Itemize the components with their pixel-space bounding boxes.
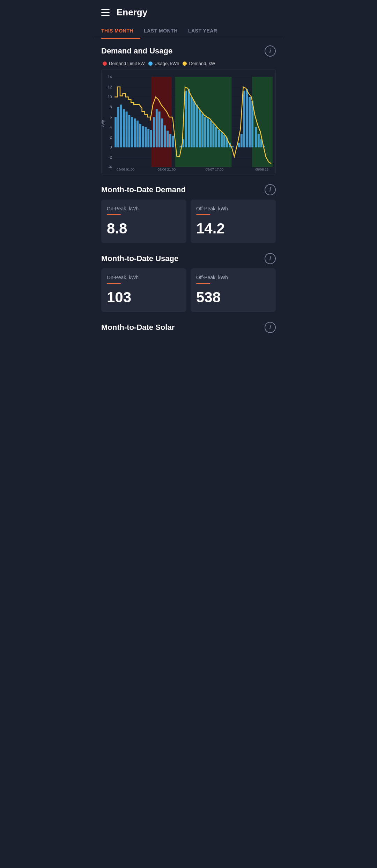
svg-rect-69 [241, 134, 243, 147]
svg-text:8: 8 [110, 105, 112, 109]
legend-label-demand: Demand, kW [189, 61, 215, 66]
demand-usage-chart: 14 12 10 8 6 4 2 0 -2 -4 kWh On-Peak [101, 70, 276, 174]
demand-usage-title: Demand and Usage [101, 46, 172, 56]
svg-rect-32 [136, 121, 139, 147]
svg-rect-56 [204, 117, 206, 147]
svg-rect-38 [153, 117, 155, 147]
svg-text:05/08 13:: 05/08 13: [255, 167, 269, 171]
svg-text:-2: -2 [109, 155, 112, 159]
svg-rect-28 [126, 111, 128, 147]
svg-rect-59 [213, 124, 215, 147]
demand-on-peak-card: On-Peak, kWh 8.8 [101, 200, 186, 243]
month-usage-header: Month-to-Date Usage i [101, 253, 276, 264]
svg-text:05/06 01:00: 05/06 01:00 [117, 167, 135, 171]
usage-off-peak-value: 538 [196, 289, 221, 306]
svg-rect-25 [117, 107, 119, 147]
month-solar-info-button[interactable]: i [265, 322, 276, 333]
svg-rect-39 [156, 109, 158, 147]
svg-text:05/06 21:00: 05/06 21:00 [157, 167, 176, 171]
usage-off-peak-card: Off-Peak, kWh 538 [191, 268, 276, 312]
usage-on-peak-underline [107, 283, 121, 284]
month-demand-title: Month-to-Date Demand [101, 185, 186, 194]
svg-rect-33 [139, 124, 141, 147]
svg-text:4: 4 [110, 125, 112, 129]
demand-on-peak-underline [107, 214, 121, 215]
svg-rect-72 [249, 97, 251, 147]
demand-off-peak-underline [196, 214, 210, 215]
svg-rect-24 [114, 117, 117, 147]
chart-legend: Demand Limit kW Usage, kWh Demand, kW [101, 61, 276, 66]
month-demand-info-button[interactable]: i [265, 184, 276, 195]
usage-on-peak-value: 103 [107, 289, 131, 306]
svg-rect-37 [150, 130, 152, 147]
svg-rect-30 [131, 117, 133, 147]
month-usage-cards: On-Peak, kWh 103 Off-Peak, kWh 538 [101, 268, 276, 312]
svg-text:6: 6 [110, 115, 112, 119]
legend-demand-limit: Demand Limit kW [103, 61, 145, 66]
svg-rect-63 [223, 135, 226, 147]
legend-dot-usage [148, 62, 153, 66]
legend-usage: Usage, kWh [148, 61, 179, 66]
page-title: Energy [117, 7, 147, 18]
legend-label-demand-limit: Demand Limit kW [109, 61, 145, 66]
svg-rect-49 [185, 91, 187, 147]
usage-on-peak-label: On-Peak, kWh [107, 275, 139, 280]
svg-text:12: 12 [108, 85, 112, 89]
month-demand-cards: On-Peak, kWh 8.8 Off-Peak, kWh 14.2 [101, 200, 276, 243]
legend-dot-demand-limit [103, 62, 107, 66]
svg-rect-44 [169, 134, 171, 147]
svg-rect-68 [238, 143, 240, 147]
month-solar-header: Month-to-Date Solar i [101, 322, 276, 333]
svg-rect-54 [199, 110, 201, 147]
svg-rect-35 [145, 127, 147, 147]
month-solar-section: Month-to-Date Solar i [94, 316, 283, 348]
demand-off-peak-value: 14.2 [196, 220, 225, 237]
month-usage-info-button[interactable]: i [265, 253, 276, 264]
demand-usage-section: Demand and Usage i Demand Limit kW Usage… [94, 39, 283, 178]
month-solar-title: Month-to-Date Solar [101, 323, 175, 332]
svg-text:14: 14 [108, 75, 112, 79]
chart-svg: 14 12 10 8 6 4 2 0 -2 -4 kWh On-Peak [102, 73, 273, 171]
demand-on-peak-value: 8.8 [107, 220, 127, 237]
svg-rect-70 [243, 91, 245, 147]
svg-rect-62 [221, 132, 223, 147]
svg-rect-58 [210, 121, 212, 147]
svg-rect-26 [120, 104, 122, 147]
demand-off-peak-label: Off-Peak, kWh [196, 206, 228, 211]
svg-rect-60 [215, 127, 217, 147]
legend-label-usage: Usage, kWh [155, 61, 179, 66]
svg-rect-40 [158, 111, 161, 147]
svg-rect-71 [246, 89, 248, 147]
svg-rect-55 [201, 114, 204, 147]
legend-dot-demand [183, 62, 187, 66]
svg-rect-45 [172, 136, 174, 147]
svg-rect-31 [134, 118, 136, 147]
app-header: Energy [94, 0, 283, 23]
tab-this-month[interactable]: THIS MONTH [101, 23, 140, 39]
hamburger-line-2 [101, 12, 110, 13]
usage-on-peak-card: On-Peak, kWh 103 [101, 268, 186, 312]
hamburger-line-1 [101, 9, 110, 10]
svg-rect-41 [161, 118, 163, 147]
demand-usage-info-button[interactable]: i [265, 45, 276, 57]
svg-rect-61 [218, 130, 220, 147]
month-usage-title: Month-to-Date Usage [101, 254, 178, 263]
tab-bar: THIS MONTH LAST MONTH LAST YEAR [94, 23, 283, 39]
svg-rect-57 [207, 118, 209, 147]
svg-rect-34 [142, 126, 144, 147]
svg-text:-4: -4 [109, 165, 112, 169]
svg-rect-23 [252, 77, 273, 167]
usage-off-peak-label: Off-Peak, kWh [196, 275, 228, 280]
svg-text:2: 2 [110, 135, 112, 139]
svg-rect-51 [191, 97, 193, 147]
demand-usage-header: Demand and Usage i [101, 45, 276, 57]
svg-rect-52 [193, 101, 195, 147]
tab-last-month[interactable]: LAST MONTH [144, 23, 185, 39]
svg-rect-53 [196, 104, 198, 147]
svg-rect-43 [167, 131, 169, 147]
tab-last-year[interactable]: LAST YEAR [188, 23, 224, 39]
svg-rect-74 [255, 127, 257, 147]
hamburger-menu-button[interactable] [101, 9, 110, 16]
demand-on-peak-label: On-Peak, kWh [107, 206, 139, 211]
svg-rect-75 [258, 134, 260, 147]
